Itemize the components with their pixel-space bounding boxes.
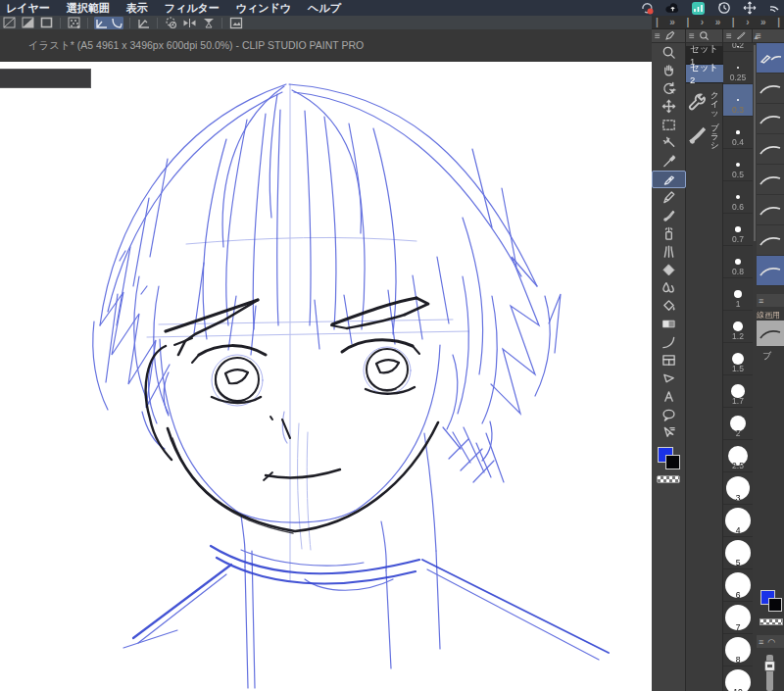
edge-item-thumbnail[interactable]: [757, 321, 784, 346]
sync-record-icon[interactable]: [640, 2, 655, 15]
panel-menu-icon[interactable]: ≡: [689, 31, 695, 41]
brush-size-cell[interactable]: 2.5: [723, 440, 753, 472]
panel-collapse-toggle[interactable]: |: [686, 18, 689, 27]
edge-background-color-swatch[interactable]: [768, 598, 782, 612]
brush-size-cell[interactable]: 4: [723, 505, 753, 537]
edge-scrollbar[interactable]: [754, 45, 756, 241]
background-color-swatch[interactable]: [665, 455, 680, 469]
fill-tool[interactable]: [652, 297, 686, 316]
edge-subpanel-header[interactable]: ≡: [757, 294, 784, 307]
menu-item[interactable]: ヘルプ: [308, 1, 341, 16]
eyedropper-tool[interactable]: [652, 152, 686, 171]
brush-size-cell[interactable]: 2: [723, 408, 753, 440]
frame-border-tool[interactable]: [652, 352, 686, 370]
eraser-tool[interactable]: [652, 261, 686, 279]
brush-size-cell[interactable]: 0.8: [723, 246, 753, 278]
pencil-tool[interactable]: [652, 188, 686, 207]
edge-subtool-row[interactable]: [757, 225, 784, 256]
edge-transparent-color-swatch[interactable]: [760, 618, 783, 625]
brush-size-cell[interactable]: 7: [723, 602, 753, 634]
panel-menu-icon[interactable]: ≡: [726, 31, 732, 41]
rotate-reset-icon[interactable]: [201, 17, 216, 29]
transparent-color-swatch[interactable]: [657, 475, 680, 483]
screen-mode-icon[interactable]: [228, 17, 243, 29]
invert-selection-icon[interactable]: [21, 17, 35, 29]
brush-size-cell[interactable]: 3: [723, 472, 753, 505]
brush-size-cell[interactable]: 6: [723, 569, 753, 602]
ruler-tool[interactable]: [652, 370, 686, 388]
brush-size-cell[interactable]: 0.25: [723, 52, 753, 84]
brush-size-cell[interactable]: 0.6: [723, 181, 753, 214]
scroll-up-icon[interactable]: ▲: [753, 33, 760, 40]
edge-subtool-row[interactable]: [757, 104, 784, 134]
marquee-select-tool[interactable]: [652, 116, 686, 134]
snap-ruler-icon[interactable]: [94, 17, 109, 29]
cloud-upload-icon[interactable]: [665, 2, 680, 15]
blend-tool[interactable]: [652, 279, 686, 298]
tone-area-icon[interactable]: [67, 17, 81, 29]
move-arrows-icon[interactable]: [742, 2, 757, 15]
text-tool[interactable]: [652, 388, 686, 407]
edge-subtool-row[interactable]: [757, 74, 784, 104]
edge-subtool-row[interactable]: [757, 195, 784, 225]
panel-collapse-toggle[interactable]: |: [732, 18, 735, 27]
panel-collapse-toggle[interactable]: ›: [746, 18, 749, 27]
airbrush-tool[interactable]: [652, 224, 686, 243]
rotate-canvas-tool[interactable]: [652, 79, 686, 98]
deselect-icon[interactable]: [2, 17, 17, 29]
panel-collapse-toggle[interactable]: »: [760, 18, 766, 27]
panel-collapse-toggle[interactable]: |: [656, 18, 659, 27]
brush-size-panel-header[interactable]: ≡: [723, 29, 752, 43]
brush-size-cell[interactable]: 0.3: [723, 84, 753, 117]
subtool-item-brush[interactable]: ブラシ: [686, 121, 723, 153]
tool-palette-header[interactable]: ≡: [652, 29, 685, 43]
panel-collapse-toggle[interactable]: ›: [701, 18, 704, 27]
correct-line-tool[interactable]: [652, 424, 686, 443]
reset-display-icon[interactable]: [164, 17, 178, 29]
gradient-tool[interactable]: [652, 316, 686, 334]
brush-size-cell[interactable]: 1.5: [723, 343, 753, 375]
zoom-tool[interactable]: [652, 43, 686, 62]
brush-size-cell[interactable]: 10: [723, 666, 753, 691]
brush-tool[interactable]: [652, 207, 686, 225]
brush-size-cell[interactable]: 0.7: [723, 214, 753, 246]
brush-size-cell[interactable]: 0.2: [723, 43, 753, 52]
edge-subtool-row[interactable]: [757, 134, 784, 165]
brush-size-cell[interactable]: 5: [723, 537, 753, 569]
subtool-item-quick[interactable]: クイッ: [686, 88, 723, 121]
brush-size-cell[interactable]: 1.2: [723, 311, 753, 343]
menu-item[interactable]: 選択範囲: [67, 1, 110, 16]
select-all-icon[interactable]: [39, 17, 54, 29]
pen-tool[interactable]: [652, 171, 686, 189]
menu-item[interactable]: レイヤー: [6, 1, 50, 16]
snap-grid-icon[interactable]: [136, 17, 151, 29]
edge-subtool-row[interactable]: [757, 165, 784, 195]
subtool-tab[interactable]: セット2: [686, 65, 723, 83]
canvas-area[interactable]: [0, 62, 652, 691]
brush-size-cell[interactable]: 8: [723, 634, 753, 666]
panel-collapse-toggle[interactable]: »: [669, 18, 675, 27]
panel-collapse-toggle[interactable]: »: [715, 18, 721, 27]
hand-tool[interactable]: [652, 62, 686, 80]
brush-size-cell[interactable]: 1.7: [723, 375, 753, 408]
edge-subtool-row[interactable]: [757, 256, 784, 286]
signal-teal-icon[interactable]: [691, 2, 706, 15]
flip-horizontal-icon[interactable]: [182, 17, 197, 29]
edge-subpanel-header[interactable]: ≡ ◠: [757, 635, 784, 648]
brush-size-cell[interactable]: 1: [723, 278, 753, 311]
brush-size-cell[interactable]: 0.5: [723, 149, 753, 181]
menu-item[interactable]: フィルター: [165, 1, 220, 16]
time-machine-icon[interactable]: [716, 2, 731, 15]
snap-special-ruler-icon[interactable]: [109, 17, 123, 29]
brush-size-cell[interactable]: 0.4: [723, 117, 753, 149]
edge-subtool-row[interactable]: [757, 43, 784, 74]
panel-collapse-toggle[interactable]: |: [777, 18, 780, 27]
subtool-panel-header[interactable]: ≡: [686, 29, 722, 43]
move-layer-tool[interactable]: [652, 98, 686, 117]
balloon-tool[interactable]: [652, 406, 686, 424]
decoration-tool[interactable]: [652, 243, 686, 262]
menu-item[interactable]: 表示: [126, 1, 148, 16]
wifi-partial-icon[interactable]: [767, 2, 782, 15]
menu-item[interactable]: ウィンドウ: [236, 1, 291, 16]
auto-select-tool[interactable]: [652, 134, 686, 153]
